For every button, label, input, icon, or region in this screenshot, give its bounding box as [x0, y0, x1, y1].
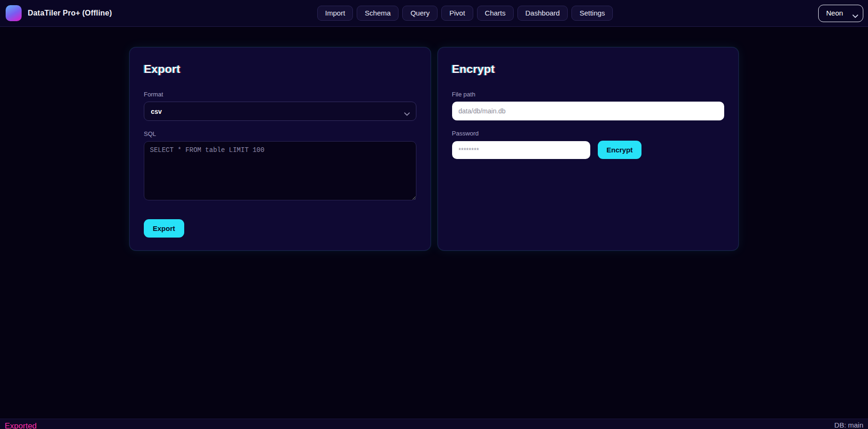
main-content: Export Format csv SQL Export Encry: [0, 47, 868, 251]
export-card-title: Export: [144, 63, 416, 76]
file-path-label: File path: [452, 91, 725, 98]
encrypt-card-title: Encrypt: [452, 63, 725, 76]
status-message: Exported: [5, 422, 37, 429]
export-card: Export Format csv SQL Export: [129, 47, 431, 251]
db-indicator: DB: main: [834, 421, 863, 429]
format-select-wrap: csv: [144, 102, 416, 121]
theme-select-wrap: Neon: [818, 5, 863, 22]
nav-tab-dashboard[interactable]: Dashboard: [517, 6, 568, 21]
nav-tab-query[interactable]: Query: [402, 6, 438, 21]
password-label: Password: [452, 130, 725, 137]
nav-tab-settings[interactable]: Settings: [571, 6, 613, 21]
nav-tab-schema[interactable]: Schema: [357, 6, 399, 21]
encrypt-card: Encrypt File path Password Encrypt: [438, 47, 739, 251]
theme-select[interactable]: Neon: [818, 5, 863, 22]
nav-tab-import[interactable]: Import: [317, 6, 353, 21]
format-label: Format: [144, 91, 416, 98]
format-select[interactable]: csv: [144, 102, 416, 121]
sql-label: SQL: [144, 130, 416, 137]
password-input[interactable]: [452, 141, 590, 159]
app-title: DataTiler Pro+ (Offline): [28, 9, 112, 17]
file-path-field: File path: [452, 91, 725, 120]
password-field: Password Encrypt: [452, 130, 725, 159]
main-nav: Import Schema Query Pivot Charts Dashboa…: [317, 6, 613, 21]
nav-tab-charts[interactable]: Charts: [477, 6, 514, 21]
password-row: Encrypt: [452, 141, 725, 159]
cards-container: Export Format csv SQL Export Encry: [129, 47, 739, 251]
sql-input[interactable]: [144, 141, 416, 200]
app-logo-icon: [6, 5, 22, 21]
navbar: DataTiler Pro+ (Offline) Import Schema Q…: [0, 0, 868, 27]
file-path-input[interactable]: [452, 102, 725, 120]
brand: DataTiler Pro+ (Offline): [6, 5, 112, 21]
export-button[interactable]: Export: [144, 219, 184, 238]
format-field: Format csv: [144, 91, 416, 121]
sql-field: SQL: [144, 130, 416, 202]
nav-tab-pivot[interactable]: Pivot: [441, 6, 473, 21]
status-bar: Exported DB: main: [0, 419, 868, 429]
encrypt-button[interactable]: Encrypt: [598, 141, 642, 159]
